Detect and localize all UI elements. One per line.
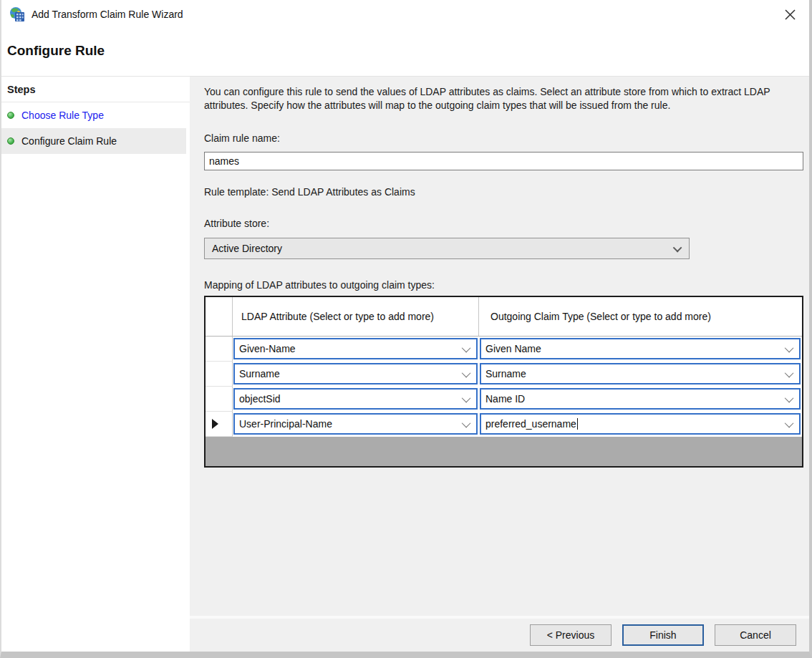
table-row: Surname Surname (206, 362, 802, 387)
attribute-store-dropdown[interactable]: Active Directory (204, 238, 690, 259)
current-row-arrow (212, 419, 218, 429)
step-label: Choose Rule Type (21, 110, 104, 121)
steps-panel: Steps Choose Rule Type Configure Claim R… (1, 77, 190, 652)
ldap-mapping-grid: LDAP Attribute (Select or type to add mo… (204, 296, 803, 468)
mapping-table-label: Mapping of LDAP attributes to outgoing c… (204, 279, 803, 291)
chevron-down-icon (673, 243, 682, 252)
step-status-icon (7, 137, 14, 145)
outgoing-claim-combobox[interactable]: Given Name (480, 338, 801, 359)
ldap-attribute-value: Given-Name (239, 343, 296, 354)
row-selector-header (206, 297, 233, 336)
close-button[interactable] (778, 4, 802, 25)
table-row: objectSid Name ID (206, 387, 802, 412)
table-row: User-Principal-Name preferred_username (206, 412, 802, 437)
heading-zone: Configure Rule (1, 29, 809, 76)
row-selector[interactable] (206, 362, 233, 387)
rule-description-text: You can configure this rule to send the … (204, 85, 797, 112)
text-cursor (577, 418, 578, 430)
step-status-icon (7, 112, 14, 119)
adfs-app-icon (9, 6, 26, 22)
table-row: Given-Name Given Name (206, 337, 802, 362)
outgoing-claim-combobox[interactable]: Name ID (480, 388, 801, 410)
outgoing-claim-value: Given Name (485, 343, 541, 354)
outgoing-claim-combobox[interactable]: Surname (480, 363, 801, 384)
title-bar: Add Transform Claim Rule Wizard (1, 0, 809, 29)
row-selector[interactable] (206, 412, 233, 437)
page-title: Configure Rule (7, 43, 802, 59)
cancel-button[interactable]: Cancel (715, 624, 796, 646)
ldap-attribute-combobox[interactable]: Surname (233, 363, 478, 384)
previous-button[interactable]: < Previous (530, 624, 612, 646)
ldap-attribute-combobox[interactable]: objectSid (233, 388, 478, 410)
chevron-down-icon (785, 368, 794, 377)
outgoing-claim-column-header: Outgoing Claim Type (Select or type to a… (479, 297, 802, 336)
grid-empty-area[interactable] (206, 437, 802, 466)
attribute-store-label: Attribute store: (204, 218, 803, 229)
chevron-down-icon (462, 393, 471, 402)
step-configure-claim-rule[interactable]: Configure Claim Rule (1, 128, 186, 154)
grid-header-row: LDAP Attribute (Select or type to add mo… (206, 297, 802, 337)
chevron-down-icon (785, 393, 794, 402)
ldap-attribute-combobox[interactable]: User-Principal-Name (233, 413, 478, 435)
outgoing-claim-value: Name ID (485, 393, 525, 405)
claim-rule-name-input[interactable] (204, 152, 803, 170)
close-icon (784, 9, 796, 21)
grid-rows: Given-Name Given Name Surname Surname (206, 337, 802, 437)
chevron-down-icon (785, 343, 794, 352)
ldap-attribute-value: Surname (239, 368, 280, 379)
ldap-attribute-value: User-Principal-Name (239, 418, 332, 430)
wizard-button-bar: < Previous Finish Cancel (190, 619, 809, 652)
claim-rule-name-label: Claim rule name: (204, 132, 803, 144)
outgoing-claim-combobox[interactable]: preferred_username (480, 413, 801, 435)
chevron-down-icon (462, 418, 471, 427)
chevron-down-icon (462, 368, 471, 377)
steps-panel-title: Steps (1, 78, 190, 102)
chevron-down-icon (462, 343, 471, 352)
configure-rule-panel: You can configure this rule to send the … (190, 77, 809, 616)
ldap-attribute-value: objectSid (239, 393, 281, 405)
ldap-attribute-combobox[interactable]: Given-Name (233, 338, 478, 359)
chevron-down-icon (785, 418, 794, 427)
outgoing-claim-value: Surname (485, 368, 526, 379)
rule-template-text: Rule template: Send LDAP Attributes as C… (204, 186, 803, 198)
ldap-attribute-column-header: LDAP Attribute (Select or type to add mo… (233, 297, 479, 336)
attribute-store-value: Active Directory (212, 243, 282, 254)
finish-button[interactable]: Finish (622, 624, 704, 646)
row-selector[interactable] (206, 387, 233, 412)
window-title: Add Transform Claim Rule Wizard (32, 9, 183, 20)
row-selector[interactable] (206, 337, 233, 362)
step-label: Configure Claim Rule (21, 135, 117, 147)
step-choose-rule-type[interactable]: Choose Rule Type (1, 102, 186, 128)
wizard-window: Add Transform Claim Rule Wizard Configur… (0, 0, 812, 658)
outgoing-claim-value: preferred_username (485, 418, 576, 430)
